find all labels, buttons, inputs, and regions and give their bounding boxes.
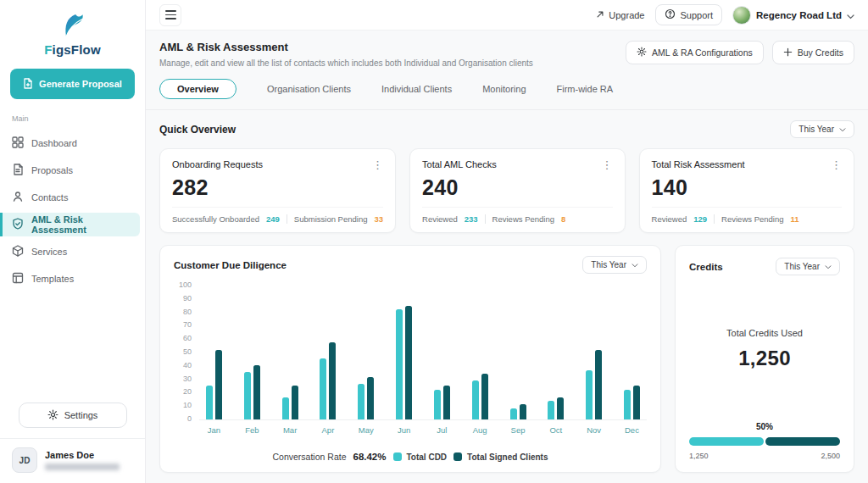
sidebar-item-aml-risk-assessment[interactable]: AML & Risk Assessment (0, 213, 140, 236)
tab-individual-clients[interactable]: Individual Clients (381, 84, 452, 94)
user-avatar: JD (12, 447, 37, 473)
y-tick-label: 70 (183, 320, 192, 329)
bar-total-signed-clients (443, 386, 450, 419)
total-credits-used-label: Total Credits Used (726, 328, 803, 338)
bar-total-signed-clients (557, 397, 564, 419)
gear-icon (637, 47, 647, 58)
plus-icon (783, 47, 793, 58)
templates-layout-icon (12, 272, 24, 286)
bar-group: Feb (244, 284, 260, 435)
settings-label: Settings (64, 410, 98, 420)
bar-total-signed-clients (253, 365, 260, 419)
kebab-menu-icon[interactable]: ⋮ (602, 159, 613, 170)
bar-group: Jan (206, 284, 222, 435)
bar-group: Aug (472, 284, 488, 435)
bar-total-cdd (586, 370, 593, 419)
brand-name: FigsFlow (44, 42, 101, 57)
aml-ra-configurations-button[interactable]: AML & RA Configurations (626, 41, 764, 64)
sidebar: FigsFlow Generate Proposal Main Dashboar… (0, 0, 146, 483)
kebab-menu-icon[interactable]: ⋮ (831, 159, 842, 170)
sidebar-item-label: AML & Risk Assessment (31, 214, 133, 235)
sidebar-item-services[interactable]: Services (5, 240, 140, 264)
page-subtitle: Manage, edit and view all the list of co… (159, 58, 533, 68)
bar-group: Jul (434, 284, 450, 435)
stat2-value: 33 (374, 214, 383, 224)
bar-group: Oct (548, 284, 564, 435)
buy-credits-button[interactable]: Buy Credits (772, 41, 854, 64)
account-avatar (732, 6, 751, 25)
bar-total-signed-clients (595, 350, 602, 419)
sidebar-item-label: Templates (31, 274, 74, 284)
account-menu[interactable]: Regency Road Ltd (732, 6, 854, 25)
total-credits-used-value: 1,250 (738, 347, 791, 370)
bar-total-cdd (358, 384, 364, 419)
stat1-value: 233 (465, 214, 478, 224)
period-value: This Year (784, 262, 820, 271)
app-root: FigsFlow Generate Proposal Main Dashboar… (0, 0, 868, 483)
bar-total-signed-clients (329, 342, 336, 419)
upgrade-button[interactable]: Upgrade (596, 10, 644, 20)
y-tick-label: 30 (183, 375, 192, 383)
x-tick-label: Jan (208, 425, 220, 435)
support-label: Support (681, 10, 714, 20)
legend-swatch-signed (453, 452, 462, 461)
credits-period-dropdown[interactable]: This Year (776, 258, 840, 275)
chart-period-dropdown[interactable]: This Year (582, 256, 647, 274)
sidebar-item-contacts[interactable]: Contacts (5, 186, 140, 209)
bar-group: Apr (320, 284, 336, 435)
arrow-up-right-icon (596, 10, 604, 20)
x-axis-baseline (199, 419, 647, 420)
stat-divider (287, 214, 287, 224)
quick-overview-period-dropdown[interactable]: This Year (790, 120, 854, 138)
bar-total-cdd (472, 380, 479, 419)
stat2-label: Submission Pending (294, 214, 368, 224)
brand-logo[interactable]: FigsFlow (0, 14, 145, 57)
page-title: AML & Risk Assessment (159, 41, 533, 53)
sidebar-item-dashboard[interactable]: Dashboard (5, 131, 140, 155)
shield-icon (12, 218, 24, 231)
bar-total-cdd (624, 390, 631, 419)
chevron-down-icon (847, 8, 854, 23)
legend-label: Total CDD (407, 452, 448, 462)
stat-card-onboarding-requests: Onboarding Requests ⋮ 282 Successfully O… (159, 148, 396, 233)
sidebar-item-proposals[interactable]: Proposals (5, 158, 140, 182)
y-axis: 1009080706050403020100 (174, 280, 199, 423)
tab-organisation-clients[interactable]: Organisation Clients (267, 84, 351, 94)
hamburger-menu-icon[interactable] (159, 4, 181, 26)
y-tick-label: 90 (183, 294, 192, 303)
bars-area: JanFebMarAprMayJunJulAugSepOctNovDec (199, 284, 647, 435)
contacts-person-icon (12, 191, 24, 204)
y-tick-label: 10 (183, 401, 192, 409)
services-box-icon (12, 245, 24, 258)
settings-button[interactable]: Settings (19, 402, 127, 428)
sidebar-item-templates[interactable]: Templates (5, 267, 140, 291)
bar-group: Dec (624, 284, 640, 435)
bar-group: Nov (586, 284, 602, 435)
aml-ra-configurations-label: AML & RA Configurations (652, 47, 753, 58)
stat-divider (485, 214, 486, 224)
bar-total-cdd (548, 401, 554, 419)
stat1-label: Reviewed (422, 214, 458, 224)
tab-overview[interactable]: Overview (159, 79, 236, 99)
x-tick-label: Oct (549, 425, 562, 435)
dashboard-grid-icon (12, 136, 24, 150)
tab-bar: Overview Organisation Clients Individual… (159, 79, 854, 99)
kebab-menu-icon[interactable]: ⋮ (372, 159, 383, 170)
tab-monitoring[interactable]: Monitoring (482, 84, 526, 94)
legend-label: Total Signed Clients (467, 452, 548, 462)
bar-group: Jun (396, 284, 412, 435)
generate-proposal-button[interactable]: Generate Proposal (10, 69, 135, 99)
x-tick-label: Aug (473, 425, 487, 435)
bar-total-signed-clients (633, 386, 640, 419)
account-name: Regency Road Ltd (756, 10, 842, 20)
x-tick-label: May (359, 425, 374, 435)
period-value: This Year (798, 125, 834, 134)
tab-firm-wide-ra[interactable]: Firm-wide RA (557, 84, 614, 94)
stat-card-title: Onboarding Requests (172, 159, 263, 169)
x-tick-label: Jul (437, 425, 447, 435)
stat1-label: Successfully Onboarded (172, 214, 259, 224)
support-button[interactable]: Support (655, 4, 723, 25)
credits-title: Credits (689, 262, 723, 272)
user-profile[interactable]: JD James Doe (0, 439, 145, 475)
bar-total-cdd (206, 386, 213, 419)
